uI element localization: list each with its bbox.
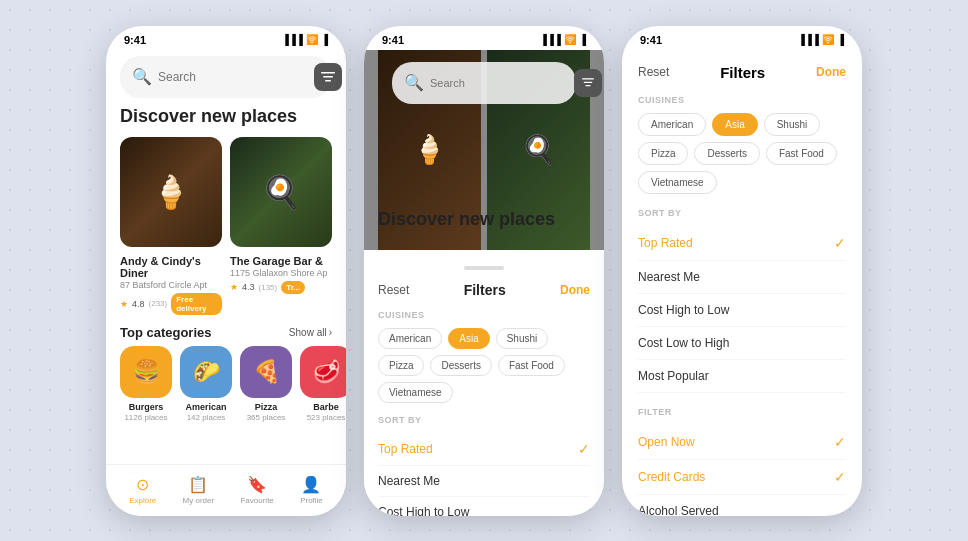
chip3-vietnamese[interactable]: Vietnamese [638, 171, 717, 194]
myorder-label: My order [183, 496, 215, 505]
barbe-icon: 🥩 [300, 346, 346, 398]
search-bar-1[interactable]: 🔍 [120, 56, 332, 98]
search-input-2[interactable] [430, 77, 568, 89]
sortby-label-2: SORT BY [378, 415, 590, 425]
pizza-label: Pizza [255, 402, 278, 412]
wifi-icon: 🛜 [306, 34, 318, 45]
food-images-1: 🍦 🍳 [106, 137, 346, 247]
restaurant-rating-1: ★ 4.8 (233) Free delivery [120, 293, 222, 315]
badge-2: Tr... [281, 281, 305, 294]
wifi-icon-2: 🛜 [564, 34, 576, 45]
category-pizza[interactable]: 🍕 Pizza 365 places [240, 346, 292, 422]
search-bar-2[interactable]: 🔍 [392, 62, 576, 104]
barbe-label: Barbe [313, 402, 339, 412]
search-input-1[interactable] [158, 70, 308, 84]
food-deco-2: 🍳 [230, 137, 332, 247]
rating-value-1: 4.8 [132, 299, 145, 309]
chip-vietnamese-2[interactable]: Vietnamese [378, 382, 453, 403]
chip3-fastfood[interactable]: Fast Food [766, 142, 837, 165]
svg-rect-5 [585, 85, 590, 86]
sort3-nearest[interactable]: Nearest Me [638, 261, 846, 294]
bottom-nav-1: ⊙ Explore 📋 My order 🔖 Favourite 👤 Profi… [106, 464, 346, 516]
restaurant-list-1: Andy & Cindy's Diner 87 Batsford Circle … [106, 247, 346, 315]
chip3-asia[interactable]: Asia [712, 113, 757, 136]
chip-pizza-2[interactable]: Pizza [378, 355, 424, 376]
filter-reset-2[interactable]: Reset [378, 283, 409, 297]
burgers-label: Burgers [129, 402, 164, 412]
battery-icon-2: ▐ [579, 34, 586, 45]
sortby-label-3: SORT BY [638, 208, 846, 218]
chip-desserts-2[interactable]: Desserts [430, 355, 491, 376]
phone-1: 9:41 ▐▐▐ 🛜 ▐ 🔍 Discover new places 🍦 🍳 [106, 26, 346, 516]
sort3-costlow[interactable]: Cost Low to High [638, 327, 846, 360]
sort3-costhigh[interactable]: Cost High to Low [638, 294, 846, 327]
chip3-shushi[interactable]: Shushi [764, 113, 821, 136]
sort-nearest-2[interactable]: Nearest Me [378, 466, 590, 497]
check3-creditcards: ✓ [834, 469, 846, 485]
discover-title-1: Discover new places [106, 106, 346, 137]
rating-count-2: (135) [259, 283, 278, 292]
sort-options-2: Top Rated ✓ Nearest Me Cost High to Low … [378, 433, 590, 516]
explore-label: Explore [129, 496, 156, 505]
chip3-pizza[interactable]: Pizza [638, 142, 688, 165]
filter-done-3[interactable]: Done [816, 65, 846, 79]
section-header-categories: Top categories Show all › [106, 315, 346, 346]
chip-shushi-2[interactable]: Shushi [496, 328, 549, 349]
filter3-alcoholserved[interactable]: Alcohol Served [638, 495, 846, 516]
category-burgers[interactable]: 🍔 Burgers 1126 places [120, 346, 172, 422]
show-all-button[interactable]: Show all › [289, 327, 332, 338]
time-1: 9:41 [124, 34, 146, 46]
favourite-icon: 🔖 [247, 475, 267, 494]
explore-icon: ⊙ [136, 475, 149, 494]
filter-title-2: Filters [464, 282, 506, 298]
profile-label: Profile [300, 496, 323, 505]
american-count: 142 places [187, 413, 226, 422]
nav-profile[interactable]: 👤 Profile [300, 475, 323, 505]
chip-american-2[interactable]: American [378, 328, 442, 349]
rating-count-1: (233) [149, 299, 168, 308]
american-icon: 🌮 [180, 346, 232, 398]
american-label: American [185, 402, 226, 412]
wifi-icon-3: 🛜 [822, 34, 834, 45]
chip-fastfood-2[interactable]: Fast Food [498, 355, 565, 376]
filter-button-2[interactable] [574, 69, 602, 97]
filter-reset-3[interactable]: Reset [638, 65, 669, 79]
restaurant-name-2: The Garage Bar & [230, 255, 332, 267]
star-icon-1: ★ [120, 299, 128, 309]
category-american[interactable]: 🌮 American 142 places [180, 346, 232, 422]
filter-done-2[interactable]: Done [560, 283, 590, 297]
filter-full-3: Reset Filters Done CUISINES American Asi… [622, 50, 862, 516]
sort-toprated-2[interactable]: Top Rated ✓ [378, 433, 590, 466]
free-delivery-badge-1: Free delivery [171, 293, 222, 315]
sort-costhigh-2[interactable]: Cost High to Low [378, 497, 590, 516]
check3-opennow: ✓ [834, 434, 846, 450]
barbe-count: 523 places [307, 413, 346, 422]
restaurant-name-1: Andy & Cindy's Diner [120, 255, 222, 279]
chip-asia-2[interactable]: Asia [448, 328, 489, 349]
pizza-count: 365 places [247, 413, 286, 422]
sort3-popular[interactable]: Most Popular [638, 360, 846, 393]
pizza-icon: 🍕 [240, 346, 292, 398]
chip3-desserts[interactable]: Desserts [694, 142, 759, 165]
search-icon-1: 🔍 [132, 67, 152, 86]
battery-icon-3: ▐ [837, 34, 844, 45]
battery-icon: ▐ [321, 34, 328, 45]
nav-myorder[interactable]: 📋 My order [183, 475, 215, 505]
chip3-american[interactable]: American [638, 113, 706, 136]
nav-explore[interactable]: ⊙ Explore [129, 475, 156, 505]
filter3-opennow[interactable]: Open Now ✓ [638, 425, 846, 460]
filter-header-2: Reset Filters Done [378, 282, 590, 298]
filter-button-1[interactable] [314, 63, 342, 91]
sort3-toprated[interactable]: Top Rated ✓ [638, 226, 846, 261]
discover-title-2: Discover new places [378, 209, 555, 230]
nav-favourite[interactable]: 🔖 Favourite [240, 475, 273, 505]
filter-title-3: Filters [720, 64, 765, 81]
food-image-2: 🍳 [230, 137, 332, 247]
filter-handle-2 [464, 266, 504, 270]
category-barbe[interactable]: 🥩 Barbe 523 places [300, 346, 346, 422]
signal-icon: ▐▐▐ [282, 34, 303, 45]
filter3-creditcards[interactable]: Credit Cards ✓ [638, 460, 846, 495]
star-icon-2: ★ [230, 282, 238, 292]
status-icons-1: ▐▐▐ 🛜 ▐ [282, 34, 328, 45]
filter-header-3: Reset Filters Done [638, 64, 846, 81]
